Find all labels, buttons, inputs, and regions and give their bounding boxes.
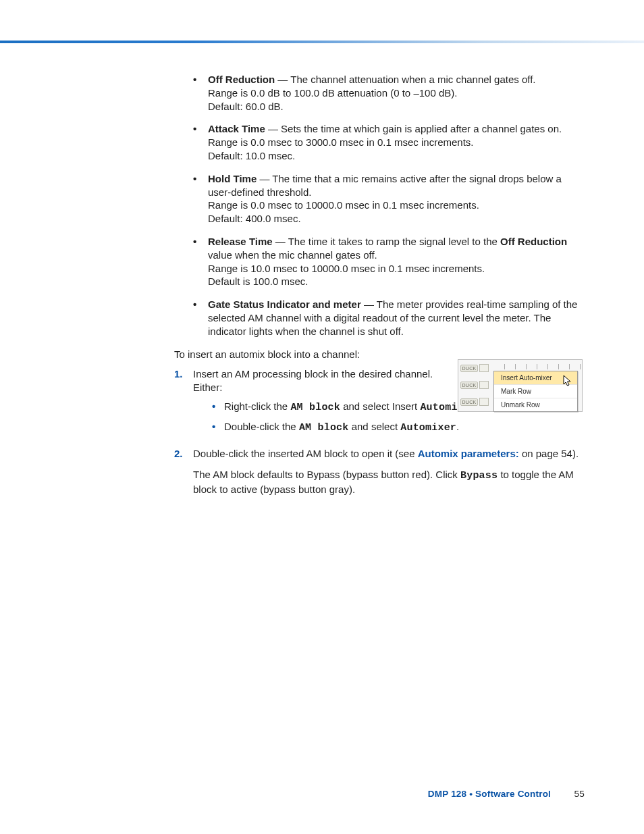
sub-a-mid: and select Insert — [340, 400, 420, 412]
bullet-title: Attack Time — [208, 123, 265, 134]
step-number: 1. — [174, 367, 193, 440]
parameter-bullets: • Off Reduction — The channel attenuatio… — [193, 73, 586, 338]
bullet-release-time: • Release Time — The time it takes to ra… — [193, 235, 586, 288]
cursor-icon — [563, 375, 572, 387]
sub-a-code: AM block — [290, 402, 340, 413]
automix-parameters-link[interactable]: Automix parameters: — [418, 448, 519, 459]
sub-b-post: . — [456, 421, 459, 432]
figure-row-box — [479, 364, 489, 372]
figure-grid-ticks — [504, 361, 581, 369]
step-1-text: Insert an AM processing block in the des… — [193, 367, 450, 394]
bullet-line3: Default: 60.0 dB. — [208, 101, 284, 112]
step-2-post: on page 54). — [519, 448, 579, 459]
step-2-pre: Double-click the inserted AM block to op… — [193, 448, 418, 459]
bullet-line1a: The time it takes to ramp the signal lev… — [288, 236, 500, 247]
bullet-dash: — — [275, 74, 290, 85]
sub-bullet-mark: • — [212, 420, 224, 435]
step-1-sub-b: • Double-click the AM block and select A… — [212, 420, 586, 435]
sub-bullet-mark: • — [212, 400, 224, 415]
bullet-mark: • — [193, 235, 208, 288]
step-2: 2. Double-click the inserted AM block to… — [174, 447, 586, 496]
figure-row-box — [479, 398, 489, 406]
page-top-accent — [0, 41, 644, 43]
step-2-bypass-code: Bypass — [460, 470, 498, 481]
bullet-body: Attack Time — Sets the time at which gai… — [208, 122, 586, 162]
bullet-line3: Default: 10.0 msec. — [208, 150, 295, 161]
bullet-line1c: value when the mic channel gates off. — [208, 249, 377, 261]
figure-row-3: DUCK — [460, 396, 489, 408]
bullet-body: Hold Time — The time that a mic remains … — [208, 172, 586, 226]
bullet-line2: Range is 10.0 msec to 10000.0 msec in 0.… — [208, 263, 485, 274]
bullet-mark: • — [193, 172, 208, 226]
figure-row-tag: DUCK — [460, 382, 478, 389]
page-body: • Off Reduction — The channel attenuatio… — [174, 73, 586, 503]
step-body: Double-click the inserted AM block to op… — [193, 447, 586, 496]
bullet-line1: Sets the time at which gain is applied a… — [281, 123, 562, 134]
sub-b-mid: and select — [349, 421, 401, 432]
bullet-body: Gate Status Indicator and meter — The me… — [208, 298, 586, 338]
bullet-title: Hold Time — [208, 173, 257, 184]
footer-page-number: 55 — [562, 789, 585, 799]
bullet-mark: • — [193, 122, 208, 162]
bullet-line2: Range is 0.0 dB to 100.0 dB attenuation … — [208, 87, 457, 99]
bullet-dash: — — [273, 236, 288, 247]
bullet-title: Off Reduction — [208, 74, 275, 85]
bullet-body: Release Time — The time it takes to ramp… — [208, 235, 586, 288]
bullet-title: Release Time — [208, 236, 273, 247]
step-2-para2-a: The AM block defaults to Bypass (bypass … — [193, 469, 460, 480]
bullet-line3: Default: 400.0 msec. — [208, 213, 301, 224]
bullet-mark: • — [193, 298, 208, 338]
bullet-line2: Range is 0.0 msec to 10000.0 msec in 0.1… — [208, 199, 479, 211]
figure-row-tag: DUCK — [460, 398, 478, 406]
sub-b-code2: Automixer — [400, 422, 456, 434]
bullet-hold-time: • Hold Time — The time that a mic remain… — [193, 172, 586, 226]
bullet-line3: Default is 100.0 msec. — [208, 276, 308, 287]
bullet-title: Gate Status Indicator and meter — [208, 298, 361, 310]
menu-item-unmark-row[interactable]: Unmark Row — [494, 398, 577, 411]
bullet-dash: — — [361, 298, 377, 310]
step-number: 2. — [174, 447, 193, 496]
sub-b-pre: Double-click the — [224, 421, 299, 432]
bullet-line2: Range is 0.0 msec to 3000.0 msec in 0.1 … — [208, 136, 474, 148]
context-menu-figure: DUCK DUCK DUCK Insert Auto-mixer Mark Ro… — [458, 359, 583, 412]
figure-row-tag: DUCK — [460, 365, 478, 372]
figure-row-box — [479, 381, 489, 389]
bullet-mark: • — [193, 73, 208, 113]
figure-row-2: DUCK — [460, 379, 489, 391]
bullet-dash: — — [257, 173, 272, 184]
bullet-body: Off Reduction — The channel attenuation … — [208, 73, 586, 113]
bullet-dash: — — [265, 123, 281, 134]
bullet-inline-bold: Off Reduction — [500, 236, 567, 247]
bullet-off-reduction: • Off Reduction — The channel attenuatio… — [193, 73, 586, 113]
bullet-gate-status: • Gate Status Indicator and meter — The … — [193, 298, 586, 338]
bullet-line1: The channel attenuation when a mic chann… — [290, 74, 535, 85]
bullet-attack-time: • Attack Time — Sets the time at which g… — [193, 122, 586, 162]
footer-chapter: DMP 128 • Software Control — [428, 789, 551, 799]
sub-b-code: AM block — [299, 422, 349, 434]
page-footer: DMP 128 • Software Control 55 — [428, 789, 585, 799]
figure-row-1: DUCK — [460, 362, 489, 374]
sub-bullet-body: Double-click the AM block and select Aut… — [224, 420, 586, 435]
sub-a-pre: Right-click the — [224, 400, 290, 412]
